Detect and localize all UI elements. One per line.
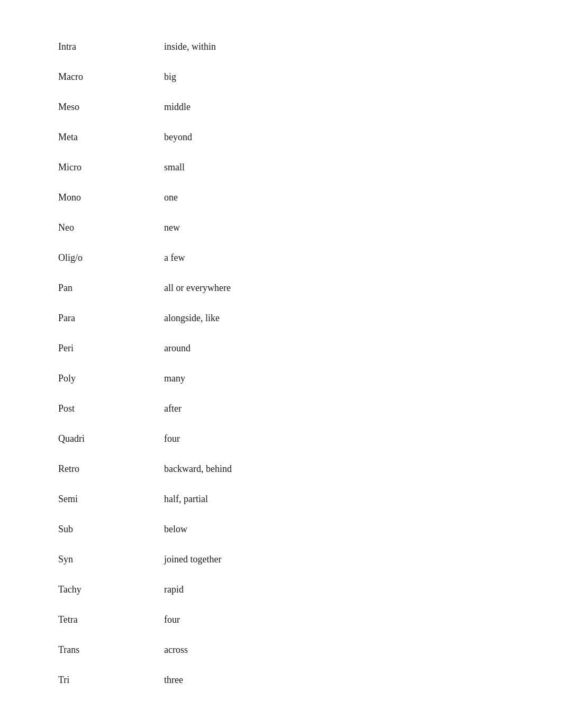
prefix-definition: alongside, like: [164, 303, 504, 333]
table-row: Intrainside, within: [58, 32, 504, 62]
table-row: Transacross: [58, 635, 504, 665]
table-row: Polymany: [58, 363, 504, 394]
prefix-term: Sub: [58, 514, 164, 544]
main-content: Intrainside, withinMacrobigMesomiddleMet…: [0, 0, 562, 727]
prefix-definition: one: [164, 183, 504, 213]
prefix-term: Syn: [58, 544, 164, 575]
table-row: Trithree: [58, 665, 504, 695]
table-row: Monoone: [58, 183, 504, 213]
table-row: Postafter: [58, 394, 504, 424]
prefix-term: Semi: [58, 484, 164, 514]
prefix-term: Pan: [58, 273, 164, 303]
table-row: Metabeyond: [58, 122, 504, 152]
prefix-definition: joined together: [164, 544, 504, 575]
prefix-definition: below: [164, 514, 504, 544]
prefix-term: Tetra: [58, 605, 164, 635]
table-row: Microsmall: [58, 152, 504, 183]
prefix-definition: around: [164, 333, 504, 363]
prefix-definition: across: [164, 635, 504, 665]
table-row: Neonew: [58, 213, 504, 243]
prefix-term: Meso: [58, 92, 164, 122]
prefix-table: Intrainside, withinMacrobigMesomiddleMet…: [58, 32, 504, 695]
prefix-definition: four: [164, 605, 504, 635]
prefix-definition: all or everywhere: [164, 273, 504, 303]
table-row: Macrobig: [58, 62, 504, 92]
prefix-term: Para: [58, 303, 164, 333]
prefix-definition: four: [164, 424, 504, 454]
prefix-term: Quadri: [58, 424, 164, 454]
prefix-definition: half, partial: [164, 484, 504, 514]
prefix-term: Poly: [58, 363, 164, 394]
prefix-definition: beyond: [164, 122, 504, 152]
table-row: Retrobackward, behind: [58, 454, 504, 484]
prefix-term: Peri: [58, 333, 164, 363]
prefix-definition: backward, behind: [164, 454, 504, 484]
prefix-term: Olig/o: [58, 243, 164, 273]
prefix-term: Post: [58, 394, 164, 424]
prefix-term: Meta: [58, 122, 164, 152]
prefix-definition: many: [164, 363, 504, 394]
table-row: Mesomiddle: [58, 92, 504, 122]
prefix-definition: three: [164, 665, 504, 695]
prefix-term: Neo: [58, 213, 164, 243]
table-row: Olig/oa few: [58, 243, 504, 273]
prefix-definition: new: [164, 213, 504, 243]
prefix-definition: after: [164, 394, 504, 424]
prefix-term: Tachy: [58, 575, 164, 605]
table-row: Quadrifour: [58, 424, 504, 454]
prefix-term: Micro: [58, 152, 164, 183]
table-row: Panall or everywhere: [58, 273, 504, 303]
prefix-definition: middle: [164, 92, 504, 122]
table-row: Periaround: [58, 333, 504, 363]
table-row: Synjoined together: [58, 544, 504, 575]
table-row: Tetrafour: [58, 605, 504, 635]
prefix-definition: a few: [164, 243, 504, 273]
prefix-definition: rapid: [164, 575, 504, 605]
prefix-term: Mono: [58, 183, 164, 213]
prefix-term: Retro: [58, 454, 164, 484]
prefix-definition: inside, within: [164, 32, 504, 62]
table-row: Semihalf, partial: [58, 484, 504, 514]
table-row: Subbelow: [58, 514, 504, 544]
prefix-term: Macro: [58, 62, 164, 92]
table-row: Paraalongside, like: [58, 303, 504, 333]
prefix-definition: small: [164, 152, 504, 183]
prefix-term: Trans: [58, 635, 164, 665]
table-row: Tachyrapid: [58, 575, 504, 605]
prefix-definition: big: [164, 62, 504, 92]
prefix-term: Tri: [58, 665, 164, 695]
prefix-term: Intra: [58, 32, 164, 62]
